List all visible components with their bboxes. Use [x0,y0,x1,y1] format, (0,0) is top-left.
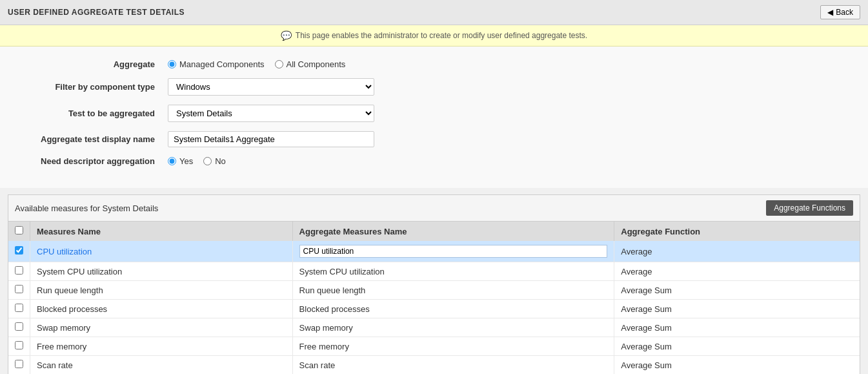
table-header-row: Measures Name Aggregate Measures Name Ag… [8,222,860,241]
aggregate-row: Aggregate Managed Components All Compone… [26,59,842,69]
descriptor-yes-option[interactable]: Yes [168,156,193,166]
all-components-radio[interactable] [275,60,283,68]
all-components-option[interactable]: All Components [275,59,346,69]
descriptor-no-label: No [215,156,226,166]
measure-name-cell: Swap memory [30,318,293,337]
descriptor-no-radio[interactable] [203,157,212,165]
descriptor-yes-label: Yes [179,156,193,166]
back-button[interactable]: ◀ Back [820,5,860,19]
row-checkbox-cell[interactable] [8,337,30,356]
measure-name-link[interactable]: CPU utilization [37,247,92,256]
agg-function-cell: Average Sum [614,300,860,318]
agg-measure-cell: Scan rate [292,356,614,375]
agg-function-cell: Average Sum [614,318,860,337]
test-select[interactable]: System Details CPU Details Memory Detail… [168,105,374,122]
row-checkbox-cell[interactable] [8,241,30,262]
aggregate-options: Managed Components All Components [168,59,345,69]
managed-components-label: Managed Components [179,59,265,69]
row-checkbox-cell[interactable] [8,318,30,337]
test-label: Test to be aggregated [26,109,168,118]
managed-components-option[interactable]: Managed Components [168,59,265,69]
managed-components-radio[interactable] [168,60,176,68]
aggregate-functions-button[interactable]: Aggregate Functions [766,200,853,216]
info-bar: 💬 This page enables the administrator to… [0,25,868,47]
select-all-checkbox[interactable] [15,226,23,234]
measure-name-cell: Scan rate [30,356,293,375]
measure-name-cell: CPU utilization [30,241,293,262]
test-control: System Details CPU Details Memory Detail… [168,105,374,122]
descriptor-no-option[interactable]: No [203,156,226,166]
page-title: USER DEFINED AGGREGATE TEST DETAILS [8,8,185,17]
agg-function-cell: Average Sum [614,281,860,300]
row-checkbox[interactable] [15,360,23,368]
select-all-col [8,222,30,241]
agg-function-cell: Average [614,262,860,281]
test-row: Test to be aggregated System Details CPU… [26,105,842,122]
agg-measure-input[interactable] [299,245,608,258]
form-section: Aggregate Managed Components All Compone… [0,47,868,188]
table-section: Available measures for System Details Ag… [8,194,860,374]
agg-measures-name-col: Aggregate Measures Name [292,222,614,241]
agg-function-cell: Average [614,241,860,262]
table-row: Swap memory Swap memory Average Sum [8,318,860,337]
measure-name-cell: Run queue length [30,281,293,300]
display-name-input[interactable] [168,131,374,147]
display-name-control [168,131,374,147]
measures-table: Measures Name Aggregate Measures Name Ag… [8,222,860,374]
filter-select[interactable]: Windows Linux Solaris AIX [168,78,374,96]
agg-measure-cell: Free memory [292,337,614,356]
row-checkbox-cell[interactable] [8,356,30,375]
table-row: Run queue length Run queue length Averag… [8,281,860,300]
descriptor-label: Need descriptor aggregation [26,156,168,166]
row-checkbox-cell[interactable] [8,262,30,281]
measures-name-col: Measures Name [30,222,293,241]
table-row: System CPU utilization System CPU utiliz… [8,262,860,281]
row-checkbox[interactable] [15,266,23,275]
row-checkbox[interactable] [15,246,23,255]
info-message: This page enables the administrator to c… [296,31,587,40]
row-checkbox-cell[interactable] [8,300,30,318]
table-row: CPU utilization Average [8,241,860,262]
descriptor-row: Need descriptor aggregation Yes No [26,156,842,166]
all-components-label: All Components [287,59,346,69]
filter-label: Filter by component type [26,82,168,92]
row-checkbox[interactable] [15,304,23,312]
measure-name-cell: Blocked processes [30,300,293,318]
table-row: Free memory Free memory Average Sum [8,337,860,356]
table-header-title: Available measures for System Details [15,203,158,213]
agg-measure-cell: Swap memory [292,318,614,337]
agg-measure-cell: Run queue length [292,281,614,300]
agg-measure-cell [292,241,614,262]
row-checkbox-cell[interactable] [8,281,30,300]
table-header-bar: Available measures for System Details Ag… [8,195,860,222]
page-header: USER DEFINED AGGREGATE TEST DETAILS ◀ Ba… [0,0,868,25]
filter-row: Filter by component type Windows Linux S… [26,78,842,96]
info-icon: 💬 [281,30,292,41]
aggregate-label: Aggregate [26,59,168,69]
filter-control: Windows Linux Solaris AIX [168,78,374,96]
row-checkbox[interactable] [15,285,23,293]
descriptor-yes-radio[interactable] [168,157,176,165]
row-checkbox[interactable] [15,322,23,331]
table-row: Blocked processes Blocked processes Aver… [8,300,860,318]
display-name-row: Aggregate test display name [26,131,842,147]
agg-function-col: Aggregate Function [614,222,860,241]
row-checkbox[interactable] [15,341,23,349]
agg-measure-cell: System CPU utilization [292,262,614,281]
table-row: Scan rate Scan rate Average Sum [8,356,860,375]
agg-measure-cell: Blocked processes [292,300,614,318]
agg-function-cell: Average Sum [614,337,860,356]
descriptor-options: Yes No [168,156,226,166]
agg-function-cell: Average Sum [614,356,860,375]
measure-name-cell: System CPU utilization [30,262,293,281]
measure-name-cell: Free memory [30,337,293,356]
display-name-label: Aggregate test display name [26,134,168,144]
